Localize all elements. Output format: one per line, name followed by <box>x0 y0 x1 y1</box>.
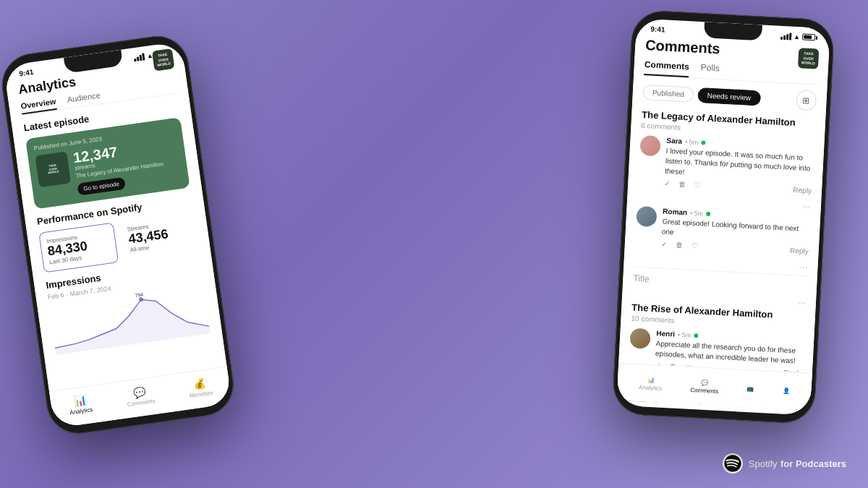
video-nav-icon-right: 📺 <box>746 385 754 393</box>
comments-tab-row: Comments Polls <box>644 59 818 85</box>
avatar-sara <box>639 135 660 156</box>
comment-roman-time: • 5m <box>690 209 704 217</box>
comment-sara-body: Sara • 5m I loved your episode. It was s… <box>664 137 814 195</box>
for-podcasters-label: for Podcasters <box>780 458 846 469</box>
online-dot-roman <box>706 211 710 215</box>
analytics-screen: 9:41 ▲ TAKEOVERWORLD Analytics <box>4 41 232 429</box>
checkmark-icon-sara[interactable]: ✓ <box>664 179 671 187</box>
more-options-roman[interactable]: ··· <box>634 252 808 273</box>
episode-card: Published on June 5, 2023 TAKEOVERWORLD … <box>25 117 190 209</box>
filter-settings-icon[interactable]: ⊞ <box>796 90 817 111</box>
nav-analytics-label: Analytics <box>69 406 93 416</box>
online-dot-sara <box>701 140 705 145</box>
analytics-nav-icon-right: 📊 <box>647 376 655 383</box>
comment-roman: Roman • 5m Great episode! Looking forwar… <box>635 206 811 255</box>
comment-henri-author: Henri <box>656 329 675 338</box>
nav-analytics-right[interactable]: 📊 Analytics <box>639 376 663 392</box>
comment-roman-body: Roman • 5m Great episode! Looking forwar… <box>661 207 811 256</box>
trash-icon-roman[interactable]: 🗑 <box>676 241 684 249</box>
spotify-name: Spotify <box>749 458 778 469</box>
comments-nav-icon: 💬 <box>133 386 147 399</box>
go-to-episode-button[interactable]: Go to episode <box>77 177 126 196</box>
monetize-nav-icon: 💰 <box>193 377 207 390</box>
status-icons-right: ▲ <box>780 32 815 40</box>
trash-icon-sara[interactable]: 🗑 <box>678 180 686 189</box>
phone-analytics: 9:41 ▲ TAKEOVERWORLD Analytics <box>0 32 237 437</box>
nav-comments-right-label: Comments <box>690 386 718 394</box>
comments-screen: 9:41 ▲ TAKEOVERWORLD Comments <box>616 18 830 415</box>
online-dot-henri <box>694 333 698 338</box>
nav-profile-right[interactable]: 👤 <box>783 388 790 395</box>
battery-icon-right <box>802 33 815 40</box>
analytics-content: TAKEOVERWORLD Analytics Overview Audienc… <box>6 56 231 424</box>
comment-roman-author: Roman <box>663 207 687 217</box>
tab-overview[interactable]: Overview <box>20 97 57 115</box>
streams-box: Streams 43,456 All-time <box>120 211 199 261</box>
comment-sara-author: Sara <box>666 137 682 145</box>
comment-sara: Sara • 5m I loved your episode. It was s… <box>638 135 814 194</box>
filter-pills: Published Needs review <box>642 84 760 105</box>
signal-icon <box>133 53 145 61</box>
svg-text:794: 794 <box>135 291 143 298</box>
notch-pill <box>75 53 111 69</box>
episode-thumbnail: TAKEOVERWORLD <box>35 152 71 188</box>
reply-button-sara[interactable]: Reply <box>793 186 812 194</box>
nav-analytics[interactable]: 📊 Analytics <box>67 393 93 416</box>
notch-right <box>704 22 762 40</box>
notch-pill-right <box>715 25 752 37</box>
wifi-icon-right: ▲ <box>793 33 800 40</box>
time-right: 9:41 <box>650 25 665 33</box>
nav-comments-right[interactable]: 💬 Comments <box>690 378 719 394</box>
nav-monetize[interactable]: 💰 Monetize <box>187 377 213 399</box>
phone-comments: 9:41 ▲ TAKEOVERWORLD Comments <box>612 9 835 424</box>
checkmark-icon-roman[interactable]: ✓ <box>661 240 668 248</box>
filter-needs-review[interactable]: Needs review <box>697 87 761 106</box>
nav-comments-label: Comments <box>127 398 156 408</box>
spotify-logo-icon <box>723 453 743 474</box>
nav-comments[interactable]: 💬 Comments <box>125 385 156 408</box>
signal-icon-right <box>780 32 792 40</box>
heart-icon-sara[interactable]: ♡ <box>694 181 702 189</box>
filter-row: Published Needs review ⊞ <box>642 82 817 111</box>
nav-analytics-right-label: Analytics <box>639 384 662 392</box>
comment-sara-text: I loved your episode. It was so much fun… <box>665 146 814 184</box>
time-left: 9:41 <box>19 68 34 78</box>
analytics-nav-icon: 📊 <box>73 394 87 407</box>
tab-audience[interactable]: Audience <box>67 90 101 108</box>
nav-monetize-label: Monetize <box>189 390 213 399</box>
spotify-branding: Spotify for Podcasters <box>723 453 846 474</box>
avatar-henri <box>629 328 650 349</box>
profile-nav-icon-right: 👤 <box>783 388 790 395</box>
comment-henri-time: • 5m <box>678 330 692 338</box>
tab-comments[interactable]: Comments <box>644 59 689 77</box>
heart-icon-roman[interactable]: ♡ <box>692 241 699 249</box>
avatar-roman <box>636 206 657 227</box>
nav-video-right[interactable]: 📺 <box>746 385 754 393</box>
episode-stats: 12,347 streams The Legacy of Alexander H… <box>72 136 182 195</box>
comment-sara-time: • 5m <box>685 138 699 146</box>
filter-published[interactable]: Published <box>642 84 694 102</box>
comments-nav-icon-right: 💬 <box>701 379 708 386</box>
app-icon-right: TAKEOVERWORLD <box>798 48 819 69</box>
tab-polls[interactable]: Polls <box>700 62 720 79</box>
impressions-box: Impressions 84,330 Last 30 days <box>38 223 119 273</box>
reply-button-roman[interactable]: Reply <box>790 247 809 255</box>
spotify-text: Spotify for Podcasters <box>749 457 846 470</box>
